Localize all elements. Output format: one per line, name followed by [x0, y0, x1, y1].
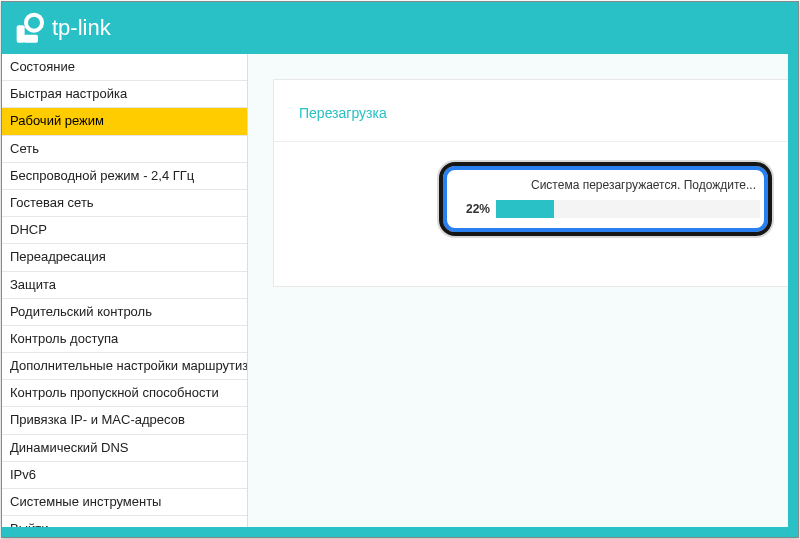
sidebar-item-guest-network[interactable]: Гостевая сеть — [2, 190, 247, 217]
brand-logo: tp-link — [14, 12, 111, 44]
sidebar-item-label: Рабочий режим — [10, 113, 104, 128]
sidebar-item-label: Привязка IP- и MAC-адресов — [10, 412, 185, 427]
progress-row: 22% — [451, 200, 760, 218]
sidebar-item-dhcp[interactable]: DHCP — [2, 217, 247, 244]
header: tp-link — [2, 2, 798, 54]
progress-percent: 22% — [451, 202, 496, 216]
sidebar-item-label: Гостевая сеть — [10, 195, 94, 210]
sidebar-item-parental[interactable]: Родительский контроль — [2, 299, 247, 326]
sidebar-item-ip-mac-binding[interactable]: Привязка IP- и MAC-адресов — [2, 407, 247, 434]
sidebar-item-label: Состояние — [10, 59, 75, 74]
svg-point-0 — [26, 15, 42, 31]
sidebar: Состояние Быстрая настройка Рабочий режи… — [2, 54, 248, 537]
sidebar-item-system-tools[interactable]: Системные инструменты — [2, 489, 247, 516]
sidebar-item-label: Дополнительные настройки маршрутизации — [10, 358, 248, 373]
sidebar-item-label: DHCP — [10, 222, 47, 237]
sidebar-item-security[interactable]: Защита — [2, 272, 247, 299]
svg-rect-2 — [23, 35, 38, 43]
sidebar-item-label: Контроль доступа — [10, 331, 118, 346]
sidebar-item-status[interactable]: Состояние — [2, 54, 247, 81]
sidebar-item-label: Контроль пропускной способности — [10, 385, 219, 400]
bottom-edge-fill — [2, 527, 798, 537]
sidebar-item-label: IPv6 — [10, 467, 36, 482]
progress-bar — [496, 200, 760, 218]
progress-panel: Система перезагружается. Подождите... 22… — [274, 141, 797, 261]
status-text: Система перезагружается. Подождите... — [451, 178, 760, 192]
brand-name: tp-link — [52, 15, 111, 41]
sidebar-item-label: Родительский контроль — [10, 304, 152, 319]
sidebar-item-forwarding[interactable]: Переадресация — [2, 244, 247, 271]
page-title: Перезагрузка — [274, 105, 797, 141]
sidebar-item-label: Динамический DNS — [10, 440, 128, 455]
right-edge-fill — [788, 54, 798, 537]
sidebar-item-label: Сеть — [10, 141, 39, 156]
sidebar-item-quick-setup[interactable]: Быстрая настройка — [2, 81, 247, 108]
sidebar-item-routing[interactable]: Дополнительные настройки маршрутизации — [2, 353, 247, 380]
sidebar-item-label: Защита — [10, 277, 56, 292]
reboot-callout: Система перезагружается. Подождите... 22… — [439, 162, 772, 236]
main-content: Перезагрузка Система перезагружается. По… — [248, 54, 798, 537]
progress-fill — [496, 200, 554, 218]
sidebar-item-access-control[interactable]: Контроль доступа — [2, 326, 247, 353]
sidebar-item-label: Быстрая настройка — [10, 86, 127, 101]
sidebar-item-network[interactable]: Сеть — [2, 136, 247, 163]
sidebar-item-label: Системные инструменты — [10, 494, 161, 509]
tp-link-logo-icon — [14, 12, 46, 44]
sidebar-item-wireless-24[interactable]: Беспроводной режим - 2,4 ГГц — [2, 163, 247, 190]
sidebar-item-ddns[interactable]: Динамический DNS — [2, 435, 247, 462]
sidebar-item-ipv6[interactable]: IPv6 — [2, 462, 247, 489]
sidebar-item-operation-mode[interactable]: Рабочий режим — [2, 108, 247, 135]
sidebar-item-label: Беспроводной режим - 2,4 ГГц — [10, 168, 194, 183]
sidebar-item-bandwidth[interactable]: Контроль пропускной способности — [2, 380, 247, 407]
sidebar-item-label: Переадресация — [10, 249, 106, 264]
